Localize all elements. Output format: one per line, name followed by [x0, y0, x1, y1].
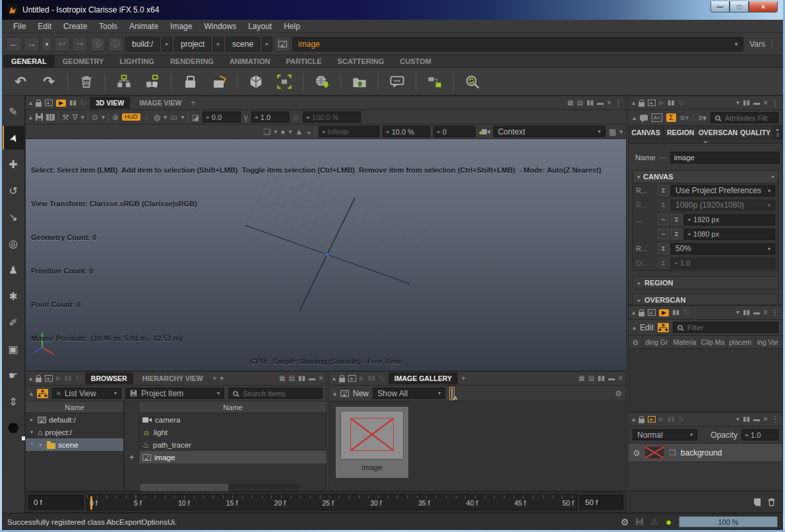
layout-quad-icon[interactable]: ▦ — [579, 375, 584, 382]
panel-menu-icon[interactable]: ⋮ — [771, 309, 779, 316]
chip-icon[interactable]: ▦ — [609, 128, 616, 136]
resolution-percent-field[interactable]: ◂▸ 10.0 % — [383, 126, 430, 137]
scale-tool-icon[interactable]: ↘ — [3, 205, 24, 229]
tab-image-view[interactable]: IMAGE VIEW — [133, 97, 187, 109]
collapse-icon[interactable]: ▴ — [333, 390, 336, 397]
collapse-icon[interactable]: ▴ — [29, 100, 32, 106]
column-material[interactable]: Materia — [671, 336, 699, 348]
sigma-button[interactable]: Σ — [658, 243, 669, 254]
tree-item-scene[interactable]: └ ▸ scene — [26, 438, 123, 451]
duplicate-context-icon[interactable] — [141, 71, 164, 93]
close-panel-icon[interactable]: × — [607, 99, 612, 107]
add-list-icon[interactable]: ≡+ — [680, 114, 689, 122]
close-panel-icon[interactable]: × — [763, 99, 768, 107]
save-view-icon[interactable] — [36, 113, 43, 121]
shading-sphere-icon[interactable]: ● — [280, 128, 285, 136]
timeline-ruler[interactable]: 0 f 5 f 10 f 15 f 20 f 25 f 30 f 35 f 40… — [86, 494, 577, 510]
gallery-thumbnail-image[interactable]: image — [336, 407, 408, 478]
panel-snapshot-icon[interactable] — [648, 309, 656, 316]
opacity-field[interactable]: ◂▸ 1.0 — [741, 429, 778, 440]
lock-icon[interactable] — [178, 71, 202, 93]
pause-icon[interactable]: ▮▮ — [672, 309, 679, 316]
tab-image-gallery[interactable]: IMAGE GALLERY — [389, 372, 458, 384]
column-clip-map[interactable]: Clip Ma — [699, 336, 727, 348]
new-image-button[interactable]: New — [353, 389, 369, 398]
tab-browser[interactable]: BROWSER — [85, 372, 133, 384]
sampling-field[interactable]: ◂▸ 0 — [433, 126, 476, 137]
menu-help[interactable]: Help — [278, 22, 306, 31]
end-frame-field[interactable]: 50 f — [580, 495, 623, 510]
color-swatch-icon[interactable] — [3, 416, 24, 440]
panel-snapshot-icon[interactable] — [648, 100, 656, 106]
shading-filter[interactable] — [673, 322, 778, 333]
filter-dropdown-icon[interactable]: ▾ — [81, 114, 84, 121]
tab-quality[interactable]: QUALITY — [738, 126, 773, 138]
canvas-group-header[interactable]: ▾ CANVAS ▪ — [633, 171, 778, 183]
panel-menu-icon[interactable]: ⋮ — [771, 99, 779, 107]
create-context-icon[interactable] — [112, 71, 136, 93]
add-tab-icon[interactable]: + — [191, 99, 195, 107]
list-item-path-tracer[interactable]: ♨ path_tracer — [125, 438, 327, 451]
expression-sigma-icon[interactable]: Σ — [666, 113, 676, 122]
add-row-button[interactable]: + — [125, 451, 139, 463]
tab-overflow[interactable]: ▸ 2 — [773, 126, 782, 138]
image-view-toggle[interactable] — [449, 387, 455, 400]
import-reference-icon[interactable] — [310, 71, 334, 93]
layout-single-icon[interactable]: ▬ — [753, 100, 760, 106]
gamma-value[interactable]: 1.0 — [261, 113, 270, 121]
close-panel-icon[interactable]: × — [618, 374, 623, 382]
exposure-icon[interactable]: ◪ — [191, 113, 199, 121]
chevron-down-icon[interactable]: ▾ — [735, 41, 738, 47]
play-icon[interactable]: ▶ — [360, 375, 365, 382]
tab-3d-view[interactable]: 3D VIEW — [90, 97, 130, 109]
layout-single-icon[interactable]: ▬ — [608, 375, 615, 382]
display-icon[interactable]: ▭ — [170, 113, 177, 121]
panel-snapshot-icon[interactable] — [45, 375, 53, 382]
comment-icon[interactable] — [385, 71, 409, 93]
tab-general[interactable]: GENERAL — [3, 55, 55, 67]
panel-menu-icon[interactable]: ⋮ — [771, 415, 779, 423]
play-icon[interactable]: ▶ — [659, 416, 664, 423]
save-status-icon[interactable] — [636, 518, 643, 525]
resolution-width-field[interactable]: ◂▸ 1920 px — [684, 214, 775, 225]
minimize-button[interactable]: — — [710, 1, 730, 13]
zoom-value[interactable]: 100.0 % — [312, 113, 338, 121]
maximize-button[interactable]: □ — [730, 1, 749, 13]
drag-handle-icon[interactable]: ⋮ — [144, 114, 150, 121]
section-overscan[interactable]: ▸ OVERSCAN — [633, 293, 778, 305]
camera-context-dropdown[interactable]: Context ▾ — [493, 126, 606, 137]
breadcrumb-current[interactable]: image ▾ — [292, 37, 743, 51]
menu-create[interactable]: Create — [57, 22, 93, 31]
resolution-height-value[interactable]: 1080 px — [693, 230, 719, 238]
enter-context-icon[interactable]: ↩ — [54, 37, 70, 51]
play-icon[interactable]: ▶ — [659, 100, 664, 106]
curve-button[interactable]: ∼ — [658, 229, 669, 239]
delete-icon[interactable] — [75, 71, 98, 93]
refresh-icon[interactable]: ↻ — [80, 99, 86, 107]
tab-geometry[interactable]: GEOMETRY — [55, 55, 112, 67]
crosshair-icon[interactable]: ⊕ — [112, 113, 119, 121]
browser-search-input[interactable] — [241, 389, 318, 398]
layout-cols-icon[interactable]: ▮▮ — [743, 100, 750, 106]
collapse-icon[interactable]: ▴ — [29, 375, 32, 382]
viewport-canvas[interactable]: Select: Select item (LMB) Add item to se… — [26, 139, 626, 370]
delete-layer-icon[interactable] — [767, 498, 776, 506]
breadcrumb-project[interactable]: project — [174, 37, 211, 51]
pan-tool-icon[interactable]: ☛ — [3, 363, 24, 387]
play-icon[interactable]: ▶ — [56, 375, 61, 382]
export-context-icon[interactable] — [348, 71, 371, 93]
unlock-icon[interactable] — [206, 71, 230, 93]
refresh-icon[interactable]: ↻ — [75, 374, 82, 382]
gallery-settings-icon[interactable]: ⚙ — [615, 390, 622, 398]
collapse-icon[interactable]: ▴ — [633, 115, 636, 121]
layout-cols-icon[interactable]: ▮▮ — [298, 375, 305, 382]
pencil-tool-icon[interactable]: ✎ — [3, 100, 24, 123]
close-panel-icon[interactable]: × — [763, 415, 768, 423]
shading-body[interactable] — [629, 349, 782, 411]
breadcrumb-scene[interactable]: scene — [226, 37, 260, 51]
layer-visibility-icon[interactable]: ⊙ — [633, 449, 640, 457]
collapse-icon[interactable]: ▾ — [28, 429, 35, 435]
sigma-button[interactable]: Σ — [658, 185, 669, 196]
tab-dropdown-icon[interactable]: ▾ — [220, 375, 224, 382]
visibility-column-icon[interactable]: ⊙ — [629, 336, 643, 348]
